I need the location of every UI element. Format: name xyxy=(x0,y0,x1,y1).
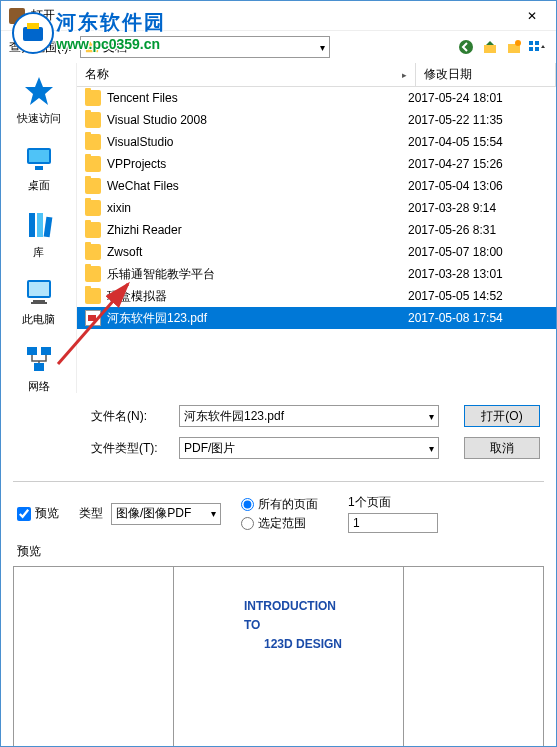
svg-rect-17 xyxy=(37,213,43,237)
page-input[interactable] xyxy=(348,513,438,533)
divider xyxy=(13,481,544,482)
folder-icon xyxy=(85,266,101,282)
libraries-icon xyxy=(23,209,55,241)
svg-rect-3 xyxy=(86,44,98,53)
column-header-date[interactable]: 修改日期 xyxy=(416,63,556,86)
svg-rect-18 xyxy=(43,217,52,238)
filetype-label: 文件类型(T): xyxy=(91,440,167,457)
toolbar: 查找范围(I): 文档 ▾ xyxy=(1,31,556,63)
folder-icon xyxy=(85,178,101,194)
file-date: 2017-04-05 15:54 xyxy=(408,135,548,149)
new-folder-icon[interactable] xyxy=(504,37,524,57)
filetype-combobox[interactable]: PDF/图片 ▾ xyxy=(179,437,439,459)
sidebar-item-network[interactable]: 网络 xyxy=(1,335,76,402)
chevron-down-icon[interactable]: ▾ xyxy=(211,508,216,519)
file-row[interactable]: Tencent Files2017-05-24 18:01 xyxy=(77,87,556,109)
svg-rect-6 xyxy=(484,45,496,53)
file-row[interactable]: 河东软件园123.pdf2017-05-08 17:54 xyxy=(77,307,556,329)
star-icon xyxy=(23,75,55,107)
file-date: 2017-05-26 8:31 xyxy=(408,223,548,237)
preview-controls: 预览 类型 图像/图像PDF ▾ 所有的页面 选定范围 1个页面 xyxy=(1,486,556,541)
file-date: 2017-03-28 9:14 xyxy=(408,201,548,215)
file-name: VPProjects xyxy=(107,157,408,171)
file-date: 2017-05-04 13:06 xyxy=(408,179,548,193)
preview-pane-right xyxy=(403,567,543,747)
scope-label: 查找范围(I): xyxy=(9,39,72,56)
folder-icon xyxy=(85,156,101,172)
preview-panes: INTRODUCTION TO 123D DESIGN xyxy=(13,566,544,747)
folder-icon xyxy=(85,222,101,238)
file-row[interactable]: xixin2017-03-28 9:14 xyxy=(77,197,556,219)
type-combobox[interactable]: 图像/图像PDF ▾ xyxy=(111,503,221,525)
file-date: 2017-05-07 18:00 xyxy=(408,245,548,259)
svg-rect-9 xyxy=(529,41,533,45)
file-date: 2017-04-27 15:26 xyxy=(408,157,548,171)
pdf-icon xyxy=(85,310,101,326)
file-row[interactable]: Zhizhi Reader2017-05-26 8:31 xyxy=(77,219,556,241)
file-date: 2017-05-05 14:52 xyxy=(408,289,548,303)
column-header-name[interactable]: 名称 ▸ xyxy=(77,63,416,86)
svg-rect-25 xyxy=(34,363,44,371)
svg-rect-15 xyxy=(35,166,43,170)
file-date: 2017-03-28 13:01 xyxy=(408,267,548,281)
preview-pane-center: INTRODUCTION TO 123D DESIGN xyxy=(174,567,403,747)
sidebar-item-desktop[interactable]: 桌面 xyxy=(1,134,76,201)
svg-rect-23 xyxy=(27,347,37,355)
svg-rect-21 xyxy=(33,300,45,302)
file-date: 2017-05-22 11:35 xyxy=(408,113,548,127)
sidebar-item-libraries[interactable]: 库 xyxy=(1,201,76,268)
close-button[interactable]: ✕ xyxy=(516,4,548,28)
chevron-down-icon: ▾ xyxy=(320,42,325,53)
scope-combobox[interactable]: 文档 ▾ xyxy=(80,36,330,58)
file-row[interactable]: Visual Studio 20082017-05-22 11:35 xyxy=(77,109,556,131)
sidebar-item-this-pc[interactable]: 此电脑 xyxy=(1,268,76,335)
up-icon[interactable] xyxy=(480,37,500,57)
file-name: Zhizhi Reader xyxy=(107,223,408,237)
file-row[interactable]: 乐辅通智能教学平台2017-03-28 13:01 xyxy=(77,263,556,285)
file-row[interactable]: VPProjects2017-04-27 15:26 xyxy=(77,153,556,175)
network-icon xyxy=(23,343,55,375)
radio-range[interactable]: 选定范围 xyxy=(241,515,318,532)
file-name: WeChat Files xyxy=(107,179,408,193)
back-icon[interactable] xyxy=(456,37,476,57)
chevron-down-icon[interactable]: ▾ xyxy=(429,443,434,454)
file-name: xixin xyxy=(107,201,408,215)
view-icon[interactable] xyxy=(528,37,548,57)
file-row[interactable]: 玩盒模拟器2017-05-05 14:52 xyxy=(77,285,556,307)
open-button[interactable]: 打开(O) xyxy=(464,405,540,427)
filename-input[interactable]: ▾ xyxy=(179,405,439,427)
folder-icon xyxy=(85,90,101,106)
file-name: Visual Studio 2008 xyxy=(107,113,408,127)
svg-rect-12 xyxy=(535,47,539,51)
radio-all-pages[interactable]: 所有的页面 xyxy=(241,496,318,513)
svg-rect-24 xyxy=(41,347,51,355)
chevron-down-icon[interactable]: ▾ xyxy=(429,411,434,422)
desktop-icon xyxy=(23,142,55,174)
folder-icon xyxy=(85,112,101,128)
svg-rect-10 xyxy=(535,41,539,45)
window-title: 打开 xyxy=(31,7,516,24)
file-row[interactable]: VisualStudio2017-04-05 15:54 xyxy=(77,131,556,153)
cancel-button[interactable]: 取消 xyxy=(464,437,540,459)
folder-icon xyxy=(85,288,101,304)
file-row[interactable]: Zwsoft2017-05-07 18:00 xyxy=(77,241,556,263)
preview-section-label: 预览 xyxy=(1,541,556,562)
file-name: VisualStudio xyxy=(107,135,408,149)
filename-label: 文件名(N): xyxy=(91,408,167,425)
file-name: 乐辅通智能教学平台 xyxy=(107,266,408,283)
app-icon xyxy=(9,8,25,24)
file-list[interactable]: Tencent Files2017-05-24 18:01Visual Stud… xyxy=(77,87,556,393)
svg-rect-14 xyxy=(29,150,49,162)
file-row[interactable]: WeChat Files2017-05-04 13:06 xyxy=(77,175,556,197)
sidebar-item-quick-access[interactable]: 快速访问 xyxy=(1,67,76,134)
svg-rect-11 xyxy=(529,47,533,51)
preview-checkbox[interactable]: 预览 xyxy=(17,505,59,522)
file-date: 2017-05-08 17:54 xyxy=(408,311,548,325)
bottom-inputs: 文件名(N): ▾ 打开(O) 文件类型(T): PDF/图片 ▾ 取消 xyxy=(1,393,556,477)
svg-point-8 xyxy=(515,40,521,46)
file-list-header: 名称 ▸ 修改日期 xyxy=(77,63,556,87)
svg-rect-20 xyxy=(29,282,49,296)
svg-rect-16 xyxy=(29,213,35,237)
preview-pane-left xyxy=(14,567,174,747)
computer-icon xyxy=(23,276,55,308)
